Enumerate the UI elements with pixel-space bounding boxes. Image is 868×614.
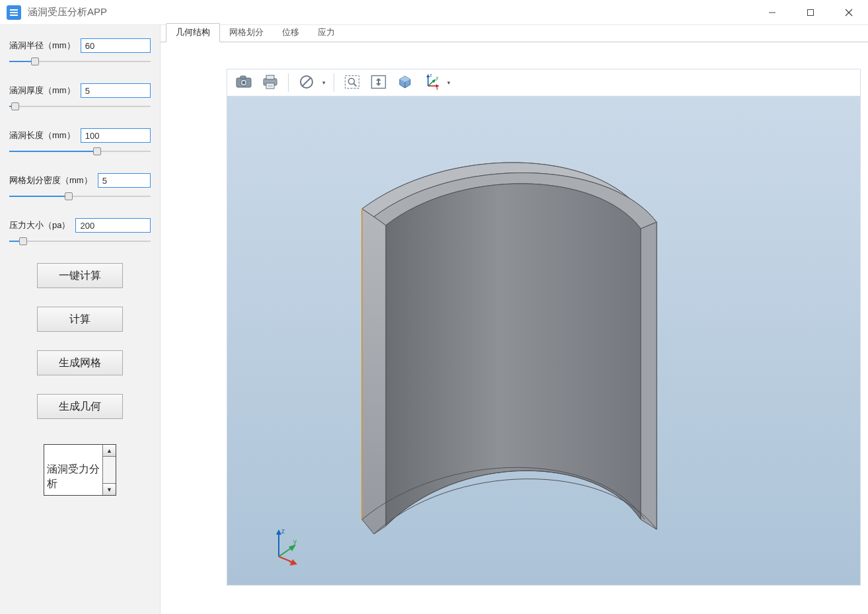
axis-y-label: y [293,538,297,545]
slider-thumb[interactable] [65,192,73,200]
camera-icon [236,75,252,91]
param-input[interactable] [81,128,151,143]
svg-line-17 [303,77,311,86]
title-bar: 涵洞受压分析APP [0,0,868,25]
scroll-up-icon[interactable]: ▲ [103,445,116,457]
param-input[interactable] [81,38,151,53]
window-controls [753,0,868,24]
svg-text:z: z [430,74,433,77]
param-slider[interactable] [9,57,151,66]
calculate-button[interactable]: 计算 [37,307,123,332]
geometry-render [227,96,861,586]
axis-gizmo: z y x [267,527,307,566]
param-label: 涵洞长度（mm） [9,130,75,141]
svg-rect-13 [266,83,274,89]
scroll-track[interactable] [103,457,116,483]
param-input[interactable] [98,173,151,188]
one-click-calc-button[interactable]: 一键计算 [37,263,123,288]
slider-thumb[interactable] [11,102,19,110]
content-area: 几何结构网格划分位移应力 [161,25,868,614]
maximize-button[interactable] [791,0,830,24]
close-button[interactable] [830,0,868,24]
axis-z-label: z [281,527,285,535]
svg-rect-0 [10,9,18,11]
svg-rect-8 [240,76,246,79]
param-field: 压力大小（pa） [9,218,151,246]
fit-view-icon [371,75,386,91]
svg-text:x: x [436,85,439,90]
minimize-button[interactable] [753,0,791,24]
param-input[interactable] [75,218,151,233]
svg-rect-1 [10,12,18,13]
param-slider[interactable] [9,102,151,111]
param-slider[interactable] [9,192,151,201]
results-listbox[interactable]: 涵洞受力分析 ▲ ▼ [44,444,116,496]
hide-show-dropdown[interactable]: ▾ [319,71,328,94]
svg-marker-38 [289,545,296,551]
param-label: 压力大小（pa） [9,219,70,231]
svg-line-20 [353,83,356,86]
tab[interactable]: 网格划分 [220,24,273,42]
param-slider[interactable] [9,237,151,246]
generate-mesh-button[interactable]: 生成网格 [37,350,123,375]
app-logo-icon [7,5,21,20]
tab[interactable]: 应力 [308,24,344,42]
3d-viewport[interactable]: z y x [227,96,861,586]
svg-text:y: y [436,75,439,81]
svg-rect-12 [266,75,274,79]
param-field: 涵洞半径（mm） [9,38,151,66]
hide-show-button[interactable] [294,71,319,94]
rotate-view-icon [397,74,413,92]
parameter-sidebar: 涵洞半径（mm）涵洞厚度（mm）涵洞长度（mm）网格划分密度（mm）压力大小（p… [0,25,161,614]
slider-thumb[interactable] [31,58,39,65]
svg-point-19 [349,78,355,84]
fit-view-button[interactable] [366,71,391,94]
svg-rect-18 [345,75,359,88]
svg-point-10 [242,81,246,84]
print-icon [262,75,278,91]
tab[interactable]: 几何结构 [166,23,220,42]
window-title: 涵洞受压分析APP [28,6,107,19]
scroll-down-icon[interactable]: ▼ [103,483,116,495]
param-label: 网格划分密度（mm） [9,174,92,186]
param-field: 涵洞长度（mm） [9,128,151,156]
generate-geometry-button[interactable]: 生成几何 [37,394,123,419]
tab[interactable]: 位移 [273,24,308,42]
param-field: 网格划分密度（mm） [9,173,151,201]
view-tabs: 几何结构网格划分位移应力 [161,25,868,42]
no-symbol-icon [299,75,314,91]
zoom-box-button[interactable] [340,71,365,94]
param-label: 涵洞半径（mm） [9,40,75,52]
axes-orientation-button[interactable]: z y x [419,71,444,94]
param-label: 涵洞厚度（mm） [9,85,75,96]
axes-orientation-dropdown[interactable]: ▾ [444,71,453,94]
param-field: 涵洞厚度（mm） [9,83,151,111]
zoom-box-icon [344,75,360,91]
listbox-item: 涵洞受力分析 [44,445,102,495]
axes-icon: z y x [423,74,440,92]
svg-rect-2 [10,15,18,16]
viewport-toolbar: ▾ [227,69,861,96]
param-input[interactable] [81,83,151,98]
slider-thumb[interactable] [93,147,101,155]
print-button[interactable] [258,71,283,94]
param-slider[interactable] [9,147,151,156]
listbox-scrollbar[interactable]: ▲ ▼ [102,445,116,495]
rotate-view-button[interactable] [392,71,417,94]
svg-marker-36 [276,529,281,535]
screenshot-button[interactable] [231,71,256,94]
slider-thumb[interactable] [19,237,27,245]
axis-x-label: x [289,560,293,566]
svg-rect-4 [808,9,814,15]
